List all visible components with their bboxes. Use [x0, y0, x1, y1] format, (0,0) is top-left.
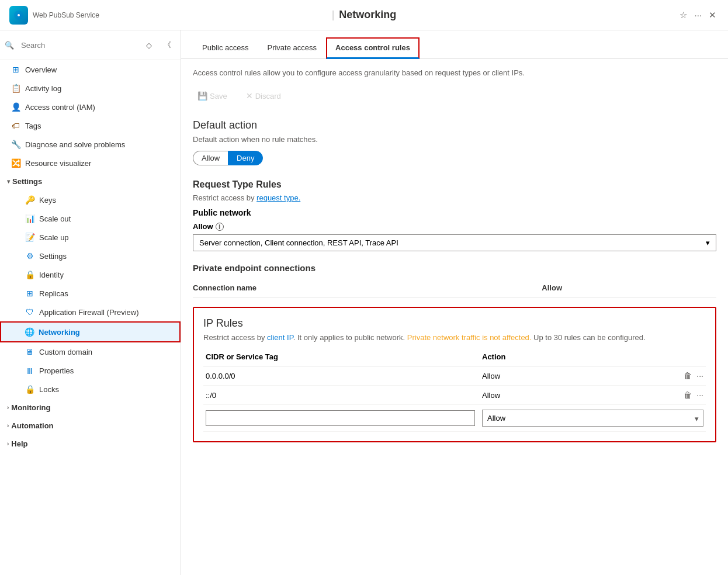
sidebar-item-overview[interactable]: ⊞ Overview	[0, 60, 181, 79]
private-network-note: Private network traffic is not affected.	[407, 333, 532, 342]
default-action-title: Default action	[193, 119, 716, 131]
delete-rule-0-button[interactable]: 🗑	[684, 371, 692, 380]
toolbar: 💾 Save ✕ Discard	[193, 84, 716, 108]
settings-item-icon: ⚙	[25, 251, 34, 261]
page-title-bar: | Networking	[332, 9, 397, 21]
sidebar-group-automation[interactable]: › Automation	[0, 417, 181, 435]
content-tabs: Public access Private access Access cont…	[181, 37, 728, 59]
sidebar-item-custom-domain[interactable]: 🖥 Custom domain	[0, 342, 181, 361]
ip-rule-new-row: Allow Deny	[203, 405, 706, 432]
sidebar-item-keys[interactable]: 🔑 Keys	[0, 190, 181, 209]
sidebar-group-help[interactable]: › Help	[0, 435, 181, 453]
monitoring-group-chevron: ›	[7, 404, 9, 411]
activity-log-icon: 📋	[11, 84, 20, 93]
top-bar: Web PubSub Service | Networking ☆ ··· ✕	[0, 0, 728, 30]
sidebar-group-monitoring[interactable]: › Monitoring	[0, 399, 181, 417]
service-badge: Web PubSub Service	[9, 6, 99, 25]
close-icon[interactable]: ✕	[709, 10, 716, 20]
access-control-icon: 👤	[11, 102, 20, 112]
ip-rule-cidr-1: ::/0	[203, 386, 480, 405]
connection-name-header: Connection name	[193, 283, 542, 292]
sidebar-collapse-button[interactable]: 《	[159, 35, 176, 55]
tab-public-access[interactable]: Public access	[193, 37, 258, 59]
save-button[interactable]: 💾 Save	[193, 89, 232, 103]
sidebar-group-settings[interactable]: ▾ Settings	[0, 172, 181, 190]
scale-out-icon: 📊	[25, 214, 34, 223]
sidebar-item-settings[interactable]: ⚙ Settings	[0, 247, 181, 265]
new-action-select-wrapper: Allow Deny	[482, 410, 703, 427]
allow-field-label: Allow i	[193, 222, 716, 231]
settings-group-label: Settings	[12, 177, 42, 186]
sidebar-item-tags[interactable]: 🏷 Tags	[0, 116, 181, 135]
networking-icon: 🌐	[25, 327, 34, 337]
default-action-desc: Default action when no rule matches.	[193, 135, 716, 144]
private-endpoint-title: Private endpoint connections	[193, 263, 716, 273]
ip-rules-description: Restrict access by client IP. It only ap…	[203, 333, 706, 342]
cidr-header: CIDR or Service Tag	[203, 348, 480, 366]
request-type-link[interactable]: request type.	[256, 193, 300, 202]
sidebar-item-properties[interactable]: ||| Properties	[0, 361, 181, 380]
sidebar-item-locks[interactable]: 🔒 Locks	[0, 380, 181, 399]
ip-rule-row-0: 0.0.0.0/0 Allow 🗑 ···	[203, 366, 706, 386]
info-icon[interactable]: i	[216, 223, 224, 231]
action-header: Action	[480, 348, 630, 366]
service-logo-icon	[9, 6, 28, 25]
settings-group-chevron: ▾	[7, 178, 10, 185]
ip-rules-title: IP Rules	[203, 317, 706, 330]
request-type-rules-title: Request Type Rules	[193, 179, 716, 190]
overview-icon: ⊞	[11, 65, 20, 74]
sidebar-item-identity[interactable]: 🔒 Identity	[0, 265, 181, 284]
tab-access-control-rules[interactable]: Access control rules	[326, 37, 420, 59]
rules-limit-note: Up to 30 rules can be configured.	[533, 333, 646, 342]
more-rule-1-button[interactable]: ···	[696, 390, 703, 400]
delete-rule-1-button[interactable]: 🗑	[684, 390, 692, 400]
discard-button[interactable]: ✕ Discard	[241, 89, 286, 103]
client-ip-link[interactable]: client IP	[267, 333, 293, 342]
svg-point-1	[18, 14, 20, 16]
main-content: Public access Private access Access cont…	[181, 30, 728, 575]
save-label: Save	[210, 92, 227, 101]
automation-group-chevron: ›	[7, 422, 9, 429]
more-rule-0-button[interactable]: ···	[696, 371, 703, 380]
new-action-select[interactable]: Allow Deny	[482, 410, 703, 427]
save-icon: 💾	[197, 91, 207, 101]
sidebar-item-activity-log[interactable]: 📋 Activity log	[0, 79, 181, 98]
identity-icon: 🔒	[25, 270, 34, 279]
resource-viz-icon: 🔀	[11, 158, 20, 168]
monitoring-group-label: Monitoring	[11, 403, 50, 412]
help-group-label: Help	[11, 439, 27, 448]
public-network-title: Public network	[193, 208, 716, 217]
sidebar-item-scale-out[interactable]: 📊 Scale out	[0, 209, 181, 228]
main-layout: 🔍 ◇ 《 ⊞ Overview 📋 Activity log 👤 Access…	[0, 30, 728, 575]
actions-col-header	[630, 348, 706, 366]
allow-toggle-button[interactable]: Allow	[193, 151, 228, 165]
ip-rule-row-1: ::/0 Allow 🗑 ···	[203, 386, 706, 405]
sidebar-item-scale-up[interactable]: 📝 Scale up	[0, 228, 181, 247]
ip-rules-section: IP Rules Restrict access by client IP. I…	[193, 307, 716, 442]
sidebar-item-app-firewall[interactable]: 🛡 Application Firewall (Preview)	[0, 303, 181, 321]
deny-toggle-button[interactable]: Deny	[228, 151, 263, 165]
sidebar-item-networking[interactable]: 🌐 Networking	[0, 321, 181, 342]
search-input[interactable]	[16, 38, 139, 53]
sidebar-item-diagnose[interactable]: 🔧 Diagnose and solve problems	[0, 135, 181, 154]
sidebar-item-resource-visualizer[interactable]: 🔀 Resource visualizer	[0, 154, 181, 172]
ip-rule-actions-1: 🗑 ···	[630, 386, 706, 405]
sidebar-expand-button[interactable]: ◇	[141, 36, 157, 54]
endpoint-table-header: Connection name Allow	[193, 279, 716, 297]
tab-private-access[interactable]: Private access	[258, 37, 326, 59]
more-options-icon[interactable]: ···	[694, 10, 702, 20]
connection-types-dropdown[interactable]: Server connection, Client connection, RE…	[193, 234, 716, 251]
ip-rules-table: CIDR or Service Tag Action 0.0.0.0/0 All…	[203, 348, 706, 432]
search-icon: 🔍	[5, 41, 14, 50]
locks-icon: 🔒	[25, 385, 34, 394]
replicas-icon: ⊞	[25, 289, 34, 298]
keys-icon: 🔑	[25, 195, 34, 205]
diagnose-icon: 🔧	[11, 140, 20, 149]
top-bar-actions: ☆ ··· ✕	[680, 10, 716, 20]
ip-rule-cidr-0: 0.0.0.0/0	[203, 366, 480, 386]
scale-up-icon: 📝	[25, 233, 34, 242]
favorite-icon[interactable]: ☆	[680, 10, 687, 20]
sidebar-item-replicas[interactable]: ⊞ Replicas	[0, 284, 181, 303]
sidebar-item-access-control[interactable]: 👤 Access control (IAM)	[0, 98, 181, 116]
new-cidr-input[interactable]	[206, 410, 475, 426]
